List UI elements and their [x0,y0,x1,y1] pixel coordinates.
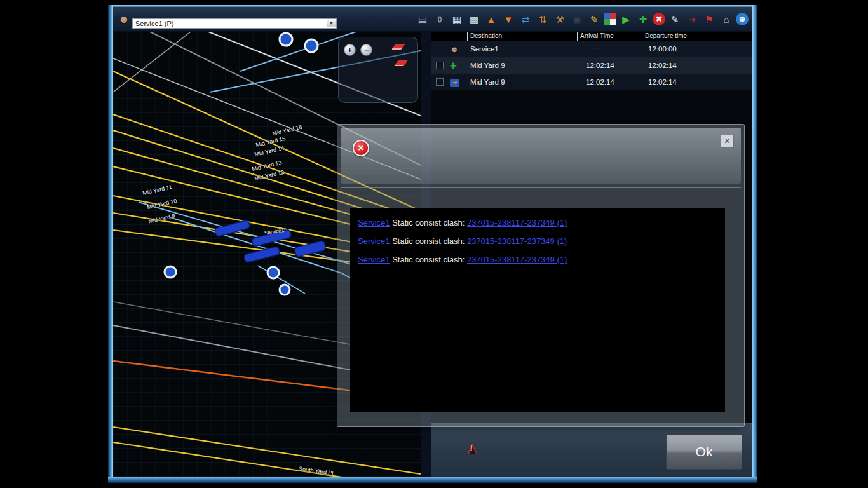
track-node-markers [165,33,318,295]
delete-icon[interactable]: ⚱ [432,12,447,27]
toolbar: ☻ Service1 (P) ▼ ▤⚱▦▩▲▼⇄⇅⚒◉✎▶✚✖✎➜⚑⌂⊕ [113,7,752,32]
checkbox-slot [431,62,447,69]
dialog-divider [341,187,741,188]
grid-large-icon[interactable]: ▩ [466,12,482,27]
service-link[interactable]: Service1 [358,236,390,246]
row-departure: 12:02:14 [642,78,712,86]
clash-message: Service1 Static consist clash: 237015-23… [358,214,717,232]
lower-track-icon[interactable]: ▼ [501,12,516,27]
screen: ☻ Service1 (P) ▼ ▤⚱▦▩▲▼⇄⇅⚒◉✎▶✚✖✎➜⚑⌂⊕ [0,0,868,488]
warning-exclamation: ! [470,444,473,452]
column-icon [435,32,467,41]
edit-document-icon[interactable]: ✎ [667,12,682,27]
delete-service-icon[interactable]: ✖ [653,13,665,25]
driver-avatar-icon: ☻ [118,13,130,26]
table-row[interactable]: ☻ Service1 --:--:-- 12:00:00 [431,41,752,57]
row-departure: 12:02:14 [642,62,712,69]
green-waypoint-icon: ✚ [447,61,467,71]
marker-icon[interactable]: ✎ [587,12,602,27]
signal-marker-icon[interactable] [394,60,408,66]
dropdown-arrow-icon[interactable]: ▼ [327,20,336,27]
dialog-footer: ▲ ▲ ! Ok [431,423,752,477]
row-checkbox[interactable] [436,78,444,86]
consist-clash-dialog: × × Service1 Static consist clash: 23701… [337,124,745,427]
clash-text: Static consist clash: [390,218,467,227]
checkbox-slot [431,78,447,86]
window-border-right [752,5,757,483]
orange-waypoint-icon: ➜ [447,77,467,87]
dialog-message-list: Service1 Static consist clash: 237015-23… [350,208,725,412]
row-destination: Mid Yard 9 [467,78,577,86]
row-destination: Mid Yard 9 [467,62,577,69]
texture-grid-icon[interactable] [604,13,616,25]
window-border-left [108,5,113,483]
toolbar-icon-strip: ▤⚱▦▩▲▼⇄⇅⚒◉✎▶✚✖✎➜⚑⌂⊕ [415,12,749,27]
warning-icon: ▲ ▲ ! [464,439,482,457]
column-destination: Destination [467,32,577,41]
raise-track-icon[interactable]: ▲ [484,12,499,27]
column-extra-1 [712,32,728,41]
service-link[interactable]: Service1 [358,255,390,264]
row-arrival: 12:02:14 [577,78,642,86]
service-link[interactable]: Service1 [358,218,390,227]
clash-message: Service1 Static consist clash: 237015-23… [358,250,717,269]
clash-text: Static consist clash: [390,255,467,264]
swap-direction-icon[interactable]: ⇄ [518,12,533,27]
map-tools-panel: + − [338,37,418,103]
service-selector-value: Service1 (P) [135,20,174,27]
clash-message: Service1 Static consist clash: 237015-23… [358,232,717,250]
orange-waypoint-glyph: ➜ [450,79,459,87]
consist-link[interactable]: 237015-238117-237349 (1) [467,255,567,264]
signal-marker-icon[interactable] [391,44,405,50]
shift-icon[interactable]: ⇅ [535,12,550,27]
window-border-bottom [108,477,757,483]
export-icon[interactable]: ➜ [684,12,700,27]
row-checkbox[interactable] [436,62,444,69]
driver-icon: ☻ [447,44,467,54]
add-service-icon[interactable]: ✚ [635,12,651,27]
timetable-header: Destination Arrival Time Departure time [431,32,752,41]
consist-link[interactable]: 237015-238117-237349 (1) [467,236,567,246]
column-arrival-time: Arrival Time [577,32,642,41]
zoom-in-button[interactable]: + [344,44,356,56]
grid-small-icon[interactable]: ▦ [449,12,465,27]
flag-icon[interactable]: ⚑ [702,12,717,27]
tools-icon[interactable]: ⚒ [552,12,567,27]
drive-service-icon[interactable]: ▶ [618,12,634,27]
consist-link[interactable]: 237015-238117-237349 (1) [467,218,567,227]
column-extra-2 [728,32,752,41]
depot-icon[interactable]: ⌂ [719,12,734,27]
world-icon[interactable]: ⊕ [736,13,749,25]
find-icon[interactable]: ◉ [569,12,585,27]
ok-button[interactable]: Ok [666,434,742,470]
zoom-out-button[interactable]: − [360,44,372,56]
dialog-header [341,128,741,184]
table-row[interactable]: ✚ Mid Yard 9 12:02:14 12:02:14 [431,57,752,74]
row-arrival: --:--:-- [577,45,642,53]
clash-text: Static consist clash: [390,236,467,246]
error-icon: × [353,140,369,156]
row-destination: Service1 [467,45,577,53]
close-icon[interactable]: × [721,135,734,148]
save-icon[interactable]: ▤ [415,12,430,27]
row-departure: 12:00:00 [642,45,712,53]
column-departure-time: Departure time [642,32,712,41]
scenario-editor-window: ☻ Service1 (P) ▼ ▤⚱▦▩▲▼⇄⇅⚒◉✎▶✚✖✎➜⚑⌂⊕ [108,5,757,483]
table-row[interactable]: ➜ Mid Yard 9 12:02:14 12:02:14 [431,74,752,90]
service-selector-dropdown[interactable]: Service1 (P) ▼ [132,18,337,29]
row-arrival: 12:02:14 [577,62,642,69]
